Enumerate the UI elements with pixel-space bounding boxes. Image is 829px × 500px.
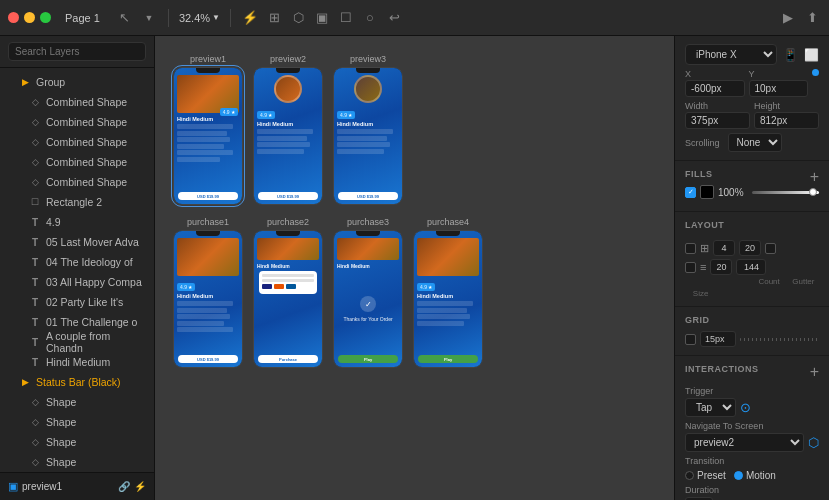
- grid-size-input[interactable]: [700, 331, 736, 347]
- search-input[interactable]: [8, 42, 146, 61]
- layout-checkbox2[interactable]: [765, 243, 776, 254]
- interactions-section: INTERACTIONS + Trigger Tap ⊙ Navigate To…: [675, 356, 829, 500]
- y-input[interactable]: [749, 80, 809, 97]
- phone-label-purchase2: purchase2: [267, 217, 309, 227]
- phone-buy-button[interactable]: USD $19.99: [338, 192, 398, 200]
- trigger-select[interactable]: Tap: [685, 398, 736, 417]
- preset-radio[interactable]: [685, 471, 694, 480]
- layout-col-icon: ⊞: [700, 242, 709, 255]
- layer-text-couple[interactable]: T A couple from Chandn: [0, 332, 154, 352]
- layer-combined-1[interactable]: ◇ Combined Shape: [0, 92, 154, 112]
- layer-text-05[interactable]: T 05 Last Mover Adva: [0, 232, 154, 252]
- layer-text-02[interactable]: T 02 Party Like It's: [0, 292, 154, 312]
- layer-shape-3[interactable]: ◇ Shape: [0, 432, 154, 452]
- maximize-button[interactable]: [40, 12, 51, 23]
- layout-row-count[interactable]: [710, 259, 732, 275]
- phone-group-preview1: preview1 4.9 ★ Hindi Medium: [173, 54, 243, 205]
- phone-title: Hindi Medium: [337, 263, 399, 269]
- interactions-label: INTERACTIONS: [685, 364, 759, 374]
- cursor-down-icon[interactable]: ▼: [140, 9, 158, 27]
- layer-statusbar[interactable]: ▶ Status Bar (Black): [0, 372, 154, 392]
- layer-combined-2[interactable]: ◇ Combined Shape: [0, 112, 154, 132]
- layout-checkbox3[interactable]: [685, 262, 696, 273]
- zoom-control[interactable]: 32.4% ▼: [179, 12, 220, 24]
- layer-shape-2[interactable]: ◇ Shape: [0, 412, 154, 432]
- x-input[interactable]: [685, 80, 745, 97]
- motion-radio[interactable]: [734, 471, 743, 480]
- layout-checkbox1[interactable]: [685, 243, 696, 254]
- phone-play-button[interactable]: Play: [338, 355, 398, 363]
- layer-combined-4[interactable]: ◇ Combined Shape: [0, 152, 154, 172]
- add-interaction-button[interactable]: +: [810, 364, 819, 380]
- phone-buy-button[interactable]: USD $19.99: [178, 192, 238, 200]
- undo-icon[interactable]: ↩: [385, 9, 403, 27]
- layer-shape-1[interactable]: ◇ Shape: [0, 392, 154, 412]
- device-select[interactable]: iPhone X: [685, 44, 777, 65]
- bottom-item-label[interactable]: preview1: [22, 481, 62, 492]
- phone-frame-purchase4[interactable]: 4.9 ★ Hindi Medium Play: [413, 230, 483, 368]
- tablet-icon[interactable]: ⬜: [804, 48, 819, 62]
- layer-text-49[interactable]: T 4.9: [0, 212, 154, 232]
- export-icon[interactable]: ⬆: [803, 9, 821, 27]
- list-item: [177, 144, 224, 149]
- phone-title: Hindi Medium: [417, 293, 479, 299]
- phone-play2-button[interactable]: Play: [418, 355, 478, 363]
- phone-frame-purchase2[interactable]: Hindi Medium: [253, 230, 323, 368]
- phone-screen-preview2: 4.9 ★ Hindi Medium USD $19.99: [254, 68, 322, 204]
- layer-group[interactable]: ▶ Group: [0, 72, 154, 92]
- phone-frame-preview3[interactable]: 4.9 ★ Hindi Medium USD $19.99: [333, 67, 403, 205]
- phone-frame-preview1[interactable]: 4.9 ★ Hindi Medium USD $19.99: [173, 67, 243, 205]
- rect-icon[interactable]: ☐: [337, 9, 355, 27]
- width-label: Width: [685, 101, 750, 111]
- height-input[interactable]: [754, 112, 819, 129]
- navigate-select[interactable]: preview2: [685, 433, 804, 452]
- phone-buy-button[interactable]: USD $19.99: [258, 192, 318, 200]
- phone-title: Hindi Medium: [337, 121, 399, 127]
- opacity-slider[interactable]: [752, 191, 819, 194]
- layout-row-gutter[interactable]: [736, 259, 766, 275]
- layer-label: Status Bar (Black): [36, 376, 121, 388]
- circle-icon[interactable]: ○: [361, 9, 379, 27]
- add-fill-button[interactable]: +: [810, 169, 819, 185]
- color-swatch[interactable]: [700, 185, 714, 199]
- motion-option[interactable]: Motion: [734, 470, 776, 481]
- width-input[interactable]: [685, 112, 750, 129]
- frame-icon[interactable]: ▣: [313, 9, 331, 27]
- phone-notch: [276, 231, 300, 236]
- preset-option[interactable]: Preset: [685, 470, 726, 481]
- layer-text-hindi[interactable]: T Hindi Medium: [0, 352, 154, 372]
- layout-col-gutter[interactable]: [739, 240, 761, 256]
- layer-combined-5[interactable]: ◇ Combined Shape: [0, 172, 154, 192]
- phone-frame-purchase3[interactable]: Hindi Medium ✓ Thanks for Your Order Pla…: [333, 230, 403, 368]
- layout-col-count[interactable]: [713, 240, 735, 256]
- phone-buy-button2[interactable]: USD $19.99: [178, 355, 238, 363]
- layer-shape-4[interactable]: ◇ Shape: [0, 452, 154, 472]
- phone-label-purchase1: purchase1: [187, 217, 229, 227]
- navigate-label: Navigate To Screen: [685, 421, 819, 431]
- component-icon[interactable]: ⬡: [289, 9, 307, 27]
- phone-frame-purchase1[interactable]: 4.9 ★ Hindi Medium USD $19.99: [173, 230, 243, 368]
- layers-panel: ▶ Group ◇ Combined Shape ◇ Combined Shap…: [0, 68, 154, 472]
- phone-title: Hindi Medium: [257, 121, 319, 127]
- play-icon[interactable]: ▶: [779, 9, 797, 27]
- scrolling-select[interactable]: None: [728, 133, 782, 152]
- close-button[interactable]: [8, 12, 19, 23]
- layer-rect2[interactable]: ☐ Rectangle 2: [0, 192, 154, 212]
- fill-checkbox[interactable]: ✓: [685, 187, 696, 198]
- layer-label: 01 The Challenge o: [46, 316, 137, 328]
- phone-purchase-button[interactable]: Purchase: [258, 355, 318, 363]
- align-icon[interactable]: ⊞: [265, 9, 283, 27]
- layer-text-03[interactable]: T 03 All Happy Compa: [0, 272, 154, 292]
- lightning-icon[interactable]: ⚡: [241, 9, 259, 27]
- phone-icon[interactable]: 📱: [783, 48, 798, 62]
- scrolling-label: Scrolling: [685, 138, 720, 148]
- nav-icon[interactable]: ⬡: [808, 435, 819, 450]
- layer-text-01[interactable]: T 01 The Challenge o: [0, 312, 154, 332]
- minimize-button[interactable]: [24, 12, 35, 23]
- grid-label: GRID: [685, 315, 819, 325]
- layer-combined-3[interactable]: ◇ Combined Shape: [0, 132, 154, 152]
- cursor-icon[interactable]: ↖: [116, 9, 134, 27]
- grid-checkbox[interactable]: [685, 334, 696, 345]
- phone-frame-preview2[interactable]: 4.9 ★ Hindi Medium USD $19.99: [253, 67, 323, 205]
- layer-text-04[interactable]: T 04 The Ideology of: [0, 252, 154, 272]
